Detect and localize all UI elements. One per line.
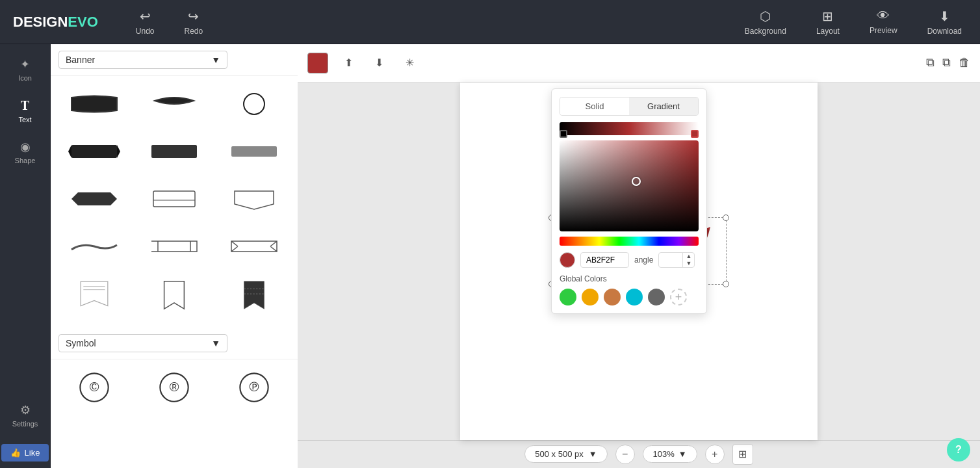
global-color-gray[interactable] [648,289,665,306]
effects-button[interactable]: ✳ [399,53,420,73]
like-button[interactable]: 👍 Like [1,444,49,462]
shape-item[interactable] [216,274,291,316]
shape-item[interactable] [57,177,132,220]
angle-arrows: ▲ ▼ [682,253,694,267]
banner-dropdown[interactable]: Banner ▼ [58,51,227,69]
sidebar-item-icon[interactable]: ✦ Icon [0,51,50,88]
bottom-bar: 500 x 500 px ▼ − 103% ▼ + ⊞ [298,440,980,468]
add-global-color-button[interactable]: + [670,289,687,306]
shape-item[interactable] [137,130,212,172]
app-logo: DESIGNEVO [13,14,98,31]
gradient-tab[interactable]: Gradient [629,98,698,115]
shape-item[interactable] [216,225,291,267]
global-color-cyan[interactable] [626,289,643,306]
icon-icon: ✦ [20,57,30,72]
canvas-size-label: 500 x 500 px [535,449,583,459]
solid-tab[interactable]: Solid [560,98,629,115]
settings-button[interactable]: ⚙ Settings [0,396,50,434]
svg-point-0 [244,94,264,114]
background-button[interactable]: ⬡ Background [740,6,792,38]
global-color-green[interactable] [560,289,576,306]
hex-input[interactable] [580,252,629,268]
help-button[interactable]: ? [947,438,970,462]
svg-text:®: ® [170,379,179,393]
shape-item[interactable] [216,130,291,172]
global-color-orange[interactable] [582,289,599,306]
size-dropdown-arrow-icon: ▼ [589,449,597,459]
layers-button[interactable]: ⧉ [926,56,935,70]
gradient-stop-right[interactable] [691,130,699,138]
redo-icon: ↪ [188,8,199,24]
main-area: ✦ Icon T Text ◉ Shape ⚙ Settings 👍 Like … [0,44,980,468]
download-button[interactable]: ⬇ Download [922,6,967,38]
color-preview [560,252,575,268]
text-icon: T [21,98,29,113]
shape-item[interactable] [57,225,132,267]
svg-marker-3 [117,145,120,158]
svg-text:©: © [90,379,99,393]
zoom-display[interactable]: 103% ▼ [643,445,697,463]
gradient-bar-container [560,122,699,135]
selection-handle-br[interactable] [723,281,729,287]
layout-button[interactable]: ⊞ Layout [811,6,845,38]
shape-item-parking[interactable]: ℗ [216,366,291,408]
shape-item[interactable] [216,177,291,220]
color-picker-tabs: Solid Gradient [560,97,699,116]
shape-item[interactable] [57,83,132,125]
global-color-brown[interactable] [604,289,621,306]
shape-item[interactable] [216,83,291,125]
hue-slider[interactable] [560,237,699,246]
text-label: Text [18,116,31,124]
gradient-bar[interactable] [560,122,699,135]
arrange-down-button[interactable]: ⬇ [368,53,389,73]
properties-bar: ⬆ ⬇ ✳ ⧉ ⧉ 🗑 [298,44,980,83]
svg-marker-2 [68,145,71,158]
zoom-in-button[interactable]: + [705,445,725,464]
fill-color-swatch[interactable] [307,53,328,73]
svg-marker-6 [71,192,117,205]
angle-input-wrapper: 270 ▲ ▼ [658,252,695,268]
canvas-size-display[interactable]: 500 x 500 px ▼ [524,445,607,463]
color-picker-cursor [632,177,641,186]
gradient-stop-left[interactable] [560,130,567,138]
color-input-row: angle 270 ▲ ▼ [560,252,699,268]
zoom-out-button[interactable]: − [615,445,635,464]
duplicate-button[interactable]: ⧉ [942,56,951,70]
download-icon: ⬇ [939,8,950,24]
angle-down-button[interactable]: ▼ [683,260,694,267]
svg-text:℗: ℗ [248,379,261,393]
layout-label: Layout [816,27,840,36]
sidebar-item-text[interactable]: T Text [0,92,50,130]
symbol-shapes-grid: © ® ℗ [51,359,298,415]
symbol-dropdown-arrow-icon: ▼ [211,338,220,348]
zoom-dropdown-arrow-icon: ▼ [678,449,687,459]
undo-button[interactable]: ↩ Undo [131,6,160,38]
bookmark-shapes-grid [51,274,298,322]
shape-item[interactable] [137,177,212,220]
sidebar-item-shape[interactable]: ◉ Shape [0,133,50,171]
symbol-category-header: Symbol ▼ [51,328,298,359]
shape-item[interactable] [137,225,212,267]
symbol-dropdown[interactable]: Symbol ▼ [58,334,227,352]
shape-item[interactable] [57,274,132,316]
shape-item-registered[interactable]: ® [137,366,212,408]
like-label: Like [25,448,40,458]
shape-item-copyright[interactable]: © [57,366,132,408]
color-picker-canvas[interactable] [560,140,699,231]
grid-toggle-button[interactable]: ⊞ [732,444,753,465]
preview-icon: 👁 [877,8,890,23]
shape-item[interactable] [57,130,132,172]
background-icon: ⬡ [760,8,771,24]
shape-item[interactable] [137,274,212,316]
shape-item[interactable] [137,83,212,125]
download-label: Download [927,27,962,36]
redo-button[interactable]: ↪ Redo [179,6,209,38]
selection-handle-tr[interactable] [723,214,729,221]
delete-button[interactable]: 🗑 [959,56,970,70]
preview-button[interactable]: 👁 Preview [864,6,903,38]
icon-bar: ✦ Icon T Text ◉ Shape ⚙ Settings 👍 Like [0,44,51,468]
arrange-up-button[interactable]: ⬆ [338,53,359,73]
background-label: Background [745,27,786,36]
angle-up-button[interactable]: ▲ [683,253,694,260]
undo-label: Undo [136,27,155,36]
